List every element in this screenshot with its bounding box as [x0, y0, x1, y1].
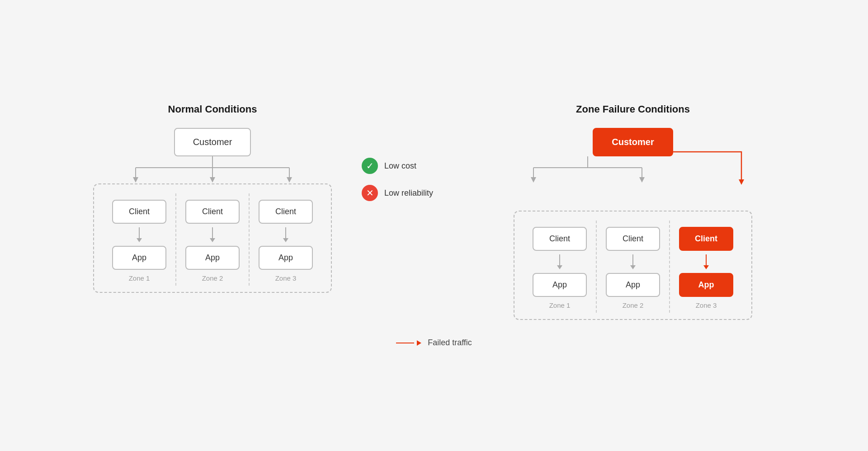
- svg-marker-6: [210, 177, 215, 183]
- failure-diagram: Zone Failure Conditions Customer: [488, 103, 778, 320]
- failure-zone3-app: App: [679, 273, 733, 297]
- legend-low-cost-text: Low cost: [384, 161, 416, 171]
- normal-zone3-label: Zone 3: [275, 274, 297, 282]
- legend-item-low-reliability: ✕ Low reliability: [362, 185, 433, 201]
- normal-title: Normal Conditions: [168, 103, 257, 115]
- svg-marker-13: [639, 177, 645, 183]
- svg-marker-5: [133, 177, 138, 183]
- normal-zone1-app: App: [112, 246, 166, 270]
- failure-zone3: Client App Zone 3: [670, 221, 742, 313]
- normal-zone3: Client App Zone 3: [250, 193, 322, 286]
- normal-zone2-arrow: [210, 227, 215, 242]
- failure-zone1-app: App: [533, 273, 587, 297]
- failure-zone3-client: Client: [679, 227, 733, 251]
- normal-zones-wrapper: Client App Zone 1 Client: [93, 183, 332, 293]
- failure-zone1-client: Client: [533, 227, 587, 251]
- failure-zone1: Client App Zone 1: [524, 221, 597, 313]
- normal-zone2-label: Zone 2: [202, 274, 223, 282]
- failure-zone1-arrow: [557, 254, 562, 269]
- legend-item-low-cost: ✓ Low cost: [362, 158, 416, 174]
- failure-diagram-wrapper: Customer: [488, 128, 778, 320]
- legend: ✓ Low cost ✕ Low reliability: [362, 103, 461, 201]
- normal-zone2: Client App Zone 2: [176, 193, 250, 286]
- footer-failed-traffic-arrow: [396, 340, 421, 346]
- failure-title: Zone Failure Conditions: [576, 103, 690, 115]
- normal-zone2-client: Client: [185, 200, 240, 224]
- normal-zone1: Client App Zone 1: [103, 193, 176, 286]
- normal-diagram-wrapper: Customer: [90, 128, 335, 293]
- svg-marker-12: [531, 177, 536, 183]
- failure-zone2-arrow: [630, 254, 636, 269]
- failure-zones-wrapper: Client App Zone 1 Client: [514, 211, 752, 320]
- legend-red-icon: ✕: [362, 185, 378, 201]
- footer-arrow-head: [417, 340, 421, 346]
- normal-zone1-arrow: [137, 227, 142, 242]
- failure-zone3-arrow: [703, 254, 709, 269]
- failure-zone3-label: Zone 3: [696, 301, 717, 309]
- normal-zone3-arrow: [283, 227, 288, 242]
- normal-diagram: Normal Conditions Customer: [90, 103, 335, 293]
- failure-branch-svg: [488, 156, 778, 211]
- footer: Failed traffic: [396, 338, 472, 348]
- legend-low-reliability-text: Low reliability: [384, 188, 433, 198]
- failure-zone2-app: App: [606, 273, 660, 297]
- normal-customer-box: Customer: [174, 128, 251, 156]
- diagrams-row: Normal Conditions Customer: [27, 103, 841, 320]
- normal-zone1-label: Zone 1: [129, 274, 150, 282]
- footer-arrow-line: [396, 343, 414, 343]
- svg-marker-14: [739, 179, 744, 185]
- main-container: Normal Conditions Customer: [27, 103, 841, 348]
- footer-label: Failed traffic: [428, 338, 472, 348]
- failure-zone2: Client App Zone 2: [597, 221, 670, 313]
- failure-zone2-label: Zone 2: [623, 301, 644, 309]
- normal-zone1-client: Client: [112, 200, 166, 224]
- normal-branch-svg: [90, 156, 335, 183]
- failure-zone1-label: Zone 1: [549, 301, 571, 309]
- normal-zone3-app: App: [259, 246, 313, 270]
- failure-zone2-client: Client: [606, 227, 660, 251]
- normal-zone2-app: App: [185, 246, 240, 270]
- svg-marker-7: [287, 177, 292, 183]
- legend-green-icon: ✓: [362, 158, 378, 174]
- normal-zone3-client: Client: [259, 200, 313, 224]
